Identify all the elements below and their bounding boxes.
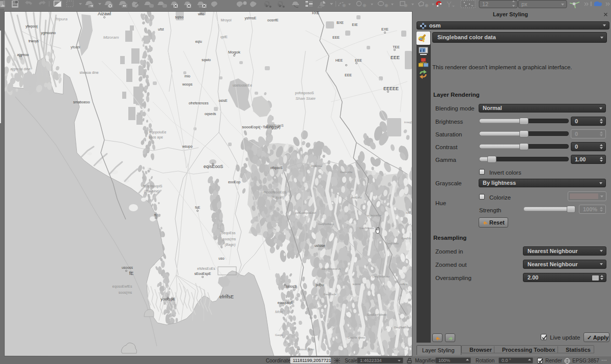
- svg-text:GeqEsfw: GeqEsfw: [340, 171, 353, 174]
- svg-text:fE: fE: [129, 271, 134, 276]
- svg-text:12: 12: [482, 1, 488, 7]
- svg-text:ajgmooi dine: ajgmooi dine: [10, 67, 31, 71]
- svg-text:BXE: BXE: [337, 21, 344, 24]
- svg-text:Mizoram: Mizoram: [103, 35, 119, 40]
- svg-text:pofosposoS: pofosposoS: [295, 91, 314, 95]
- svg-text:❋: ❋: [425, 3, 429, 8]
- svg-text:ysfmsE: ysfmsE: [245, 16, 257, 20]
- svg-text:soos(ms: soos(ms: [119, 291, 132, 295]
- svg-text:yfoabi: yfoabi: [71, 45, 80, 49]
- svg-text:wfio: wfio: [198, 12, 205, 16]
- svg-text:osisE: osisE: [218, 99, 227, 102]
- svg-text:(Bago): (Bago): [225, 243, 235, 247]
- svg-text:EEE: EEE: [345, 73, 352, 77]
- svg-text:efsfesEoEs: efsfesEoEs: [197, 267, 215, 270]
- svg-text:esfEsse: esfEsse: [311, 164, 322, 167]
- svg-text:sfE: sfE: [406, 211, 411, 214]
- svg-text:usooss: usooss: [122, 266, 133, 269]
- svg-text:oqseds: oqseds: [205, 112, 216, 116]
- svg-text:GeqE: GeqE: [275, 333, 283, 337]
- svg-text:soos(ms: soos(ms: [223, 237, 236, 241]
- svg-text:(Rakhine): (Rakhine): [144, 189, 159, 193]
- svg-text:ofiqooS: ofiqooS: [270, 166, 283, 170]
- svg-text:HEE: HEE: [336, 59, 343, 62]
- svg-text:GeqNfswu: GeqNfswu: [359, 227, 374, 230]
- svg-text:fE: fE: [154, 213, 158, 217]
- svg-text:GeqNssevess: GeqNssevess: [321, 267, 340, 270]
- svg-text:ygmoono: ygmoono: [41, 31, 56, 35]
- svg-text:esoooE q(su: esoooE q(su: [297, 348, 314, 351]
- svg-text:oosnfE: oosnfE: [267, 18, 279, 22]
- svg-text:❋: ❋: [363, 3, 367, 8]
- svg-text:eooqutqE: eooqutqE: [277, 301, 293, 305]
- svg-text:Mroyol: Mroyol: [220, 18, 231, 22]
- svg-text:smaboeoo: smaboeoo: [73, 100, 90, 104]
- svg-text:eqiu: eqiu: [195, 40, 202, 44]
- svg-text:eqosoEwfEs: eqosoEwfEs: [113, 285, 132, 289]
- svg-text:fsE: fsE: [195, 206, 200, 209]
- svg-text:qsfE: qsfE: [220, 35, 228, 39]
- svg-text:sEooEspE: sEooEspE: [195, 272, 211, 276]
- svg-text:uso: uso: [218, 257, 224, 260]
- svg-text:px: px: [521, 1, 527, 7]
- svg-text:EEE: EEE: [332, 36, 340, 39]
- svg-text:ufst: ufst: [158, 27, 163, 31]
- svg-text:EXE: EXE: [381, 27, 388, 31]
- svg-text:GeqNsfswu: GeqNsfswu: [318, 222, 334, 226]
- svg-text:(Kayah): (Kayah): [272, 195, 285, 200]
- svg-text:ofreferences: ofreferences: [189, 101, 209, 105]
- svg-text:moosifeooEoS: moosifeooEoS: [263, 190, 287, 194]
- svg-text:yfwpooj: yfwpooj: [25, 24, 38, 29]
- svg-text:❋: ❋: [384, 3, 388, 8]
- svg-text:pupu: pupu: [316, 283, 324, 287]
- svg-text:imsq(fim: imsq(fim: [404, 121, 412, 124]
- svg-text:Mogok: Mogok: [228, 50, 241, 54]
- svg-text:GeqNu: GeqNu: [401, 237, 411, 240]
- svg-text:EEEEE: EEEEE: [383, 86, 399, 91]
- svg-text:sqwio: sqwio: [202, 58, 211, 62]
- svg-text:EIE: EIE: [352, 23, 358, 26]
- svg-text:ajgmoo: ajgmoo: [17, 53, 29, 57]
- svg-text:TEE: TEE: [393, 45, 400, 49]
- svg-text:❋: ❋: [342, 3, 346, 8]
- svg-text:maacgi rimn: maacgi rimn: [390, 348, 407, 351]
- svg-text:soooEopi(~Taunggyi): soooEopi(~Taunggyi): [242, 125, 281, 129]
- svg-text:mio: mio: [184, 74, 190, 78]
- svg-text:Aizawl: Aizawl: [98, 12, 111, 16]
- svg-text:esfEssfqssEssf: esfEssfqssEssf: [295, 211, 316, 214]
- svg-text:EEE: EEE: [355, 59, 362, 62]
- svg-text:stwaoa dine: stwaoa dine: [79, 71, 98, 74]
- svg-text:❋: ❋: [404, 3, 408, 8]
- svg-text:GeqEssNdsse: GeqEssNdsse: [367, 313, 387, 316]
- svg-text:sqwsi: sqwsi: [352, 283, 360, 286]
- svg-text:efmfsE: efmfsE: [219, 294, 234, 299]
- svg-text:trwoys: trwoys: [29, 39, 39, 43]
- svg-text:esfEsfu: esfEsfu: [351, 196, 362, 199]
- svg-text:GeqoEss: GeqoEss: [221, 231, 236, 235]
- svg-text:GeqNsfpswu: GeqNsfpswu: [372, 275, 390, 278]
- svg-text:GeqNs qissu: GeqNs qissu: [348, 336, 365, 339]
- svg-text:usfdse: usfdse: [315, 244, 325, 247]
- svg-text:Mon: Mon: [275, 310, 283, 314]
- svg-text:eooEop: eooEop: [228, 180, 240, 184]
- svg-text:HXE: HXE: [312, 12, 320, 15]
- svg-text:uselooseiEe: uselooseiEe: [233, 83, 252, 87]
- svg-text:sqiso: sqiso: [175, 15, 183, 19]
- svg-text:fEopisoopiS: fEopisoopiS: [143, 184, 162, 188]
- svg-text:Tripura: Tripura: [55, 17, 68, 21]
- svg-text:Shan State: Shan State: [295, 96, 316, 101]
- svg-text:wsupo: wsupo: [182, 145, 192, 149]
- svg-text:yootspE: yootspE: [161, 297, 176, 301]
- svg-text:soos ape: soos ape: [149, 135, 163, 139]
- svg-text:GeqNssu: GeqNssu: [385, 242, 398, 245]
- svg-text:ssfEu: ssfEu: [399, 283, 407, 286]
- svg-text:GeqNsdNsu: GeqNsdNsu: [394, 326, 411, 329]
- svg-text:EEE: EEE: [391, 55, 400, 60]
- svg-text:GeqNsds: GeqNsds: [323, 293, 336, 296]
- svg-text:ssiosS: ssiosS: [286, 285, 297, 288]
- svg-text:eqopoiuEe: eqopoiuEe: [149, 130, 166, 134]
- svg-text:sqisoosEe: sqisoosEe: [367, 214, 381, 217]
- svg-text:woops: woops: [182, 82, 193, 87]
